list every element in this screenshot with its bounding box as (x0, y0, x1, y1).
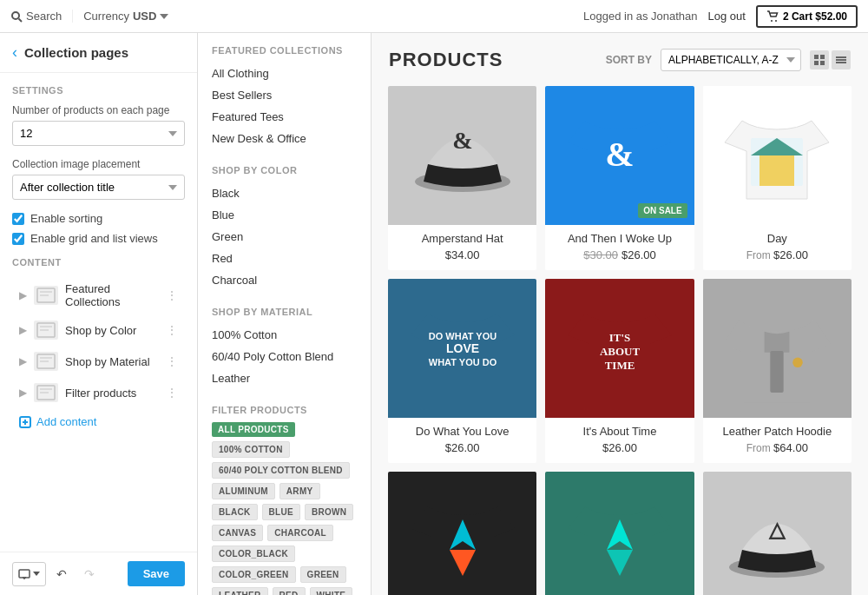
sort-select[interactable]: ALPHABETICALLY, A-Z ALPHABETICALLY, Z-A … (661, 49, 801, 71)
product-card[interactable] (388, 472, 536, 595)
svg-text:ABOUT: ABOUT (600, 345, 641, 358)
product-price-container: From $64.00 (712, 441, 843, 454)
middle-nav-item[interactable]: Blue (198, 204, 371, 226)
filter-tag[interactable]: GREEN (300, 566, 346, 583)
cart-label: 2 Cart $52.00 (783, 10, 847, 23)
device-selector[interactable] (12, 562, 46, 586)
content-item-filter-products[interactable]: ▶ Filter products ⋮ (12, 377, 185, 408)
middle-nav-item[interactable]: 60/40 Poly Cotton Blend (198, 346, 371, 367)
filter-tag[interactable]: RED (273, 587, 306, 595)
enable-grid-checkbox[interactable] (12, 233, 24, 245)
sidebar-body: SETTINGS Number of products on each page… (0, 73, 197, 552)
product-price-container: $26.00 (397, 441, 528, 454)
product-price-container: From $26.00 (712, 248, 843, 261)
save-button[interactable]: Save (128, 561, 185, 586)
sale-badge: ON SALE (638, 203, 687, 218)
svg-text:DO WHAT YOU: DO WHAT YOU (428, 331, 496, 341)
product-image (388, 472, 536, 595)
middle-nav-item[interactable]: 100% Cotton (198, 324, 371, 346)
filter-tag[interactable]: COLOR_BLACK (212, 545, 295, 562)
drag-handle-featured-collections[interactable]: ⋮ (166, 288, 178, 302)
middle-nav-item[interactable]: Best Sellers (198, 84, 371, 106)
filter-tag[interactable]: BLUE (262, 504, 300, 520)
drag-handle-filter-products[interactable]: ⋮ (166, 386, 178, 400)
product-image: & ON SALE (545, 86, 694, 225)
content-item-shop-by-material[interactable]: ▶ Shop by Material ⋮ (12, 346, 185, 377)
desktop-icon (18, 569, 30, 579)
middle-panel: FEATURED COLLECTIONSAll ClothingBest Sel… (198, 33, 372, 595)
topbar: Search Currency USD Logged in as Jonatha… (0, 0, 868, 33)
drag-handle-shop-by-color[interactable]: ⋮ (166, 323, 178, 337)
product-card[interactable]: & ON SALE And Then I Woke Up $30.00$26.0… (545, 86, 694, 270)
enable-grid-row: Enable grid and list views (12, 232, 185, 245)
product-price: $34.00 (445, 248, 480, 261)
product-name: Amperstand Hat (397, 232, 528, 245)
product-card[interactable]: Day From $26.00 (703, 86, 852, 270)
filter-tag[interactable]: BROWN (305, 504, 353, 520)
filter-tag[interactable]: ALUMINUM (212, 483, 275, 499)
cart-button[interactable]: 2 Cart $52.00 (756, 5, 858, 28)
search-icon (10, 10, 23, 23)
products-per-page-select[interactable]: 12 24 48 (12, 121, 185, 146)
middle-nav-item[interactable]: Charcoal (198, 269, 371, 291)
product-price: $26.00 (773, 248, 808, 261)
product-card[interactable]: & Amperstand Hat $34.00 (388, 86, 536, 270)
middle-nav-item[interactable]: All Clothing (198, 63, 371, 84)
product-card[interactable]: IT'S ABOUT TIME It's About Time $26.00 (545, 279, 694, 463)
image-placement-group: Collection image placement After collect… (12, 158, 185, 200)
content-item-shop-by-color[interactable]: ▶ Shop by Color ⋮ (12, 314, 185, 346)
settings-section-label: SETTINGS (12, 85, 185, 96)
enable-grid-label: Enable grid and list views (30, 232, 158, 245)
filter-tag[interactable]: 60/40 POLY COTTON BLEND (212, 462, 350, 479)
add-content-label: Add content (36, 415, 96, 428)
filter-tag[interactable]: CHARCOAL (267, 525, 333, 541)
add-content-button[interactable]: Add content (12, 408, 185, 435)
middle-nav-item[interactable]: Featured Tees (198, 106, 371, 128)
filter-tag[interactable]: 100% COTTON (212, 441, 290, 458)
filter-tag[interactable]: COLOR_GREEN (212, 566, 296, 583)
middle-nav-item[interactable]: Leather (198, 367, 371, 389)
middle-nav-item[interactable]: New Desk & Office (198, 128, 371, 149)
content-item-icon-filter-products (34, 383, 58, 402)
filter-tag[interactable]: CANVAS (212, 525, 263, 541)
product-info: Leather Patch Hoodie From $64.00 (703, 418, 852, 463)
svg-text:&: & (452, 127, 472, 154)
middle-nav-item[interactable]: Black (198, 182, 371, 204)
logout-button[interactable]: Log out (708, 10, 746, 23)
list-view-button[interactable] (832, 50, 851, 69)
grid-view-button[interactable] (810, 50, 829, 69)
filter-tag[interactable]: ARMY (279, 483, 320, 499)
filter-tag[interactable]: WHITE (310, 587, 353, 595)
topbar-right: Logged in as Jonathan Log out 2 Cart $52… (583, 5, 858, 28)
product-card[interactable]: △ (703, 472, 852, 595)
svg-line-1 (19, 18, 23, 22)
svg-rect-25 (820, 61, 825, 65)
view-buttons (810, 50, 851, 69)
products-per-page-label: Number of products on each page (12, 104, 185, 116)
cart-icon (766, 10, 779, 23)
product-card[interactable]: Leather Patch Hoodie From $64.00 (703, 279, 852, 463)
product-card[interactable] (545, 472, 694, 595)
product-card[interactable]: DO WHAT YOU LOVE WHAT YOU DO Do What You… (388, 279, 536, 463)
middle-section-shop_by_material: SHOP BY MATERIAL100% Cotton60/40 Poly Co… (198, 307, 371, 389)
enable-sorting-checkbox[interactable] (12, 213, 24, 225)
middle-nav-item[interactable]: Green (198, 226, 371, 248)
middle-nav-item[interactable]: Red (198, 248, 371, 269)
filter-tag[interactable]: BLACK (212, 504, 258, 520)
image-placement-select[interactable]: After collection title Before collection… (12, 175, 185, 200)
svg-text:△: △ (768, 519, 786, 541)
undo-button[interactable]: ↶ (49, 562, 74, 586)
drag-handle-shop-by-material[interactable]: ⋮ (166, 354, 178, 368)
products-grid: & Amperstand Hat $34.00 & ON SALE And Th… (372, 82, 868, 595)
product-image: DO WHAT YOU LOVE WHAT YOU DO (388, 279, 536, 418)
currency-area[interactable]: Currency USD (72, 10, 168, 23)
content-item-featured-collections[interactable]: ▶ Featured Collections ⋮ (12, 276, 185, 314)
filter-tag[interactable]: LEATHER (212, 587, 268, 595)
product-image (703, 279, 852, 418)
back-button[interactable]: ‹ (12, 43, 17, 62)
redo-button[interactable]: ↷ (77, 562, 102, 586)
search-area[interactable]: Search (10, 10, 62, 23)
product-info: Amperstand Hat $34.00 (388, 225, 536, 270)
svg-point-0 (12, 12, 19, 19)
filter-tag[interactable]: ALL PRODUCTS (212, 422, 295, 437)
